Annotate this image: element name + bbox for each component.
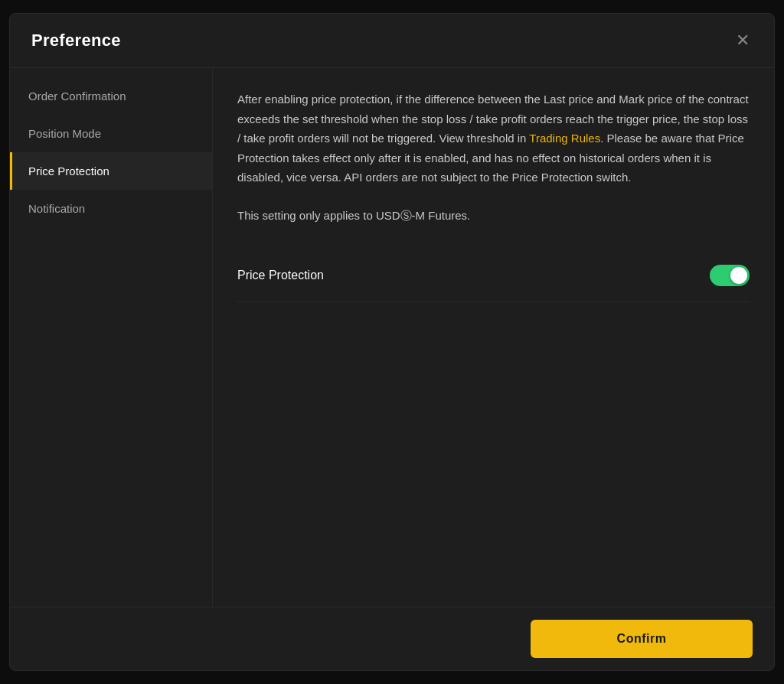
price-protection-row: Price Protection (237, 249, 750, 302)
description-paragraph: After enabling price protection, if the … (237, 90, 750, 187)
modal-body: Order Confirmation Position Mode Price P… (10, 68, 774, 607)
sidebar-item-position-mode[interactable]: Position Mode (10, 115, 212, 152)
confirm-button[interactable]: Confirm (531, 620, 753, 658)
trading-rules-link[interactable]: Trading Rules (529, 132, 600, 145)
sidebar: Order Confirmation Position Mode Price P… (10, 68, 213, 607)
modal-title: Preference (31, 31, 121, 50)
sidebar-item-notification[interactable]: Notification (10, 190, 212, 227)
content-area: After enabling price protection, if the … (213, 68, 774, 607)
modal-overlay: Preference ✕ Order Confirmation Position… (0, 0, 784, 684)
modal-header: Preference ✕ (10, 14, 774, 68)
sidebar-item-price-protection[interactable]: Price Protection (10, 152, 212, 190)
modal-footer: Confirm (10, 607, 774, 670)
sidebar-item-order-confirmation[interactable]: Order Confirmation (10, 77, 212, 115)
toggle-thumb (730, 267, 747, 284)
price-protection-toggle[interactable] (710, 265, 750, 286)
toggle-label: Price Protection (237, 269, 324, 282)
toggle-track (710, 265, 750, 286)
close-button[interactable]: ✕ (733, 29, 753, 52)
applies-text: This setting only applies to USDⓈ-M Futu… (237, 206, 750, 226)
preference-modal: Preference ✕ Order Confirmation Position… (9, 13, 775, 671)
